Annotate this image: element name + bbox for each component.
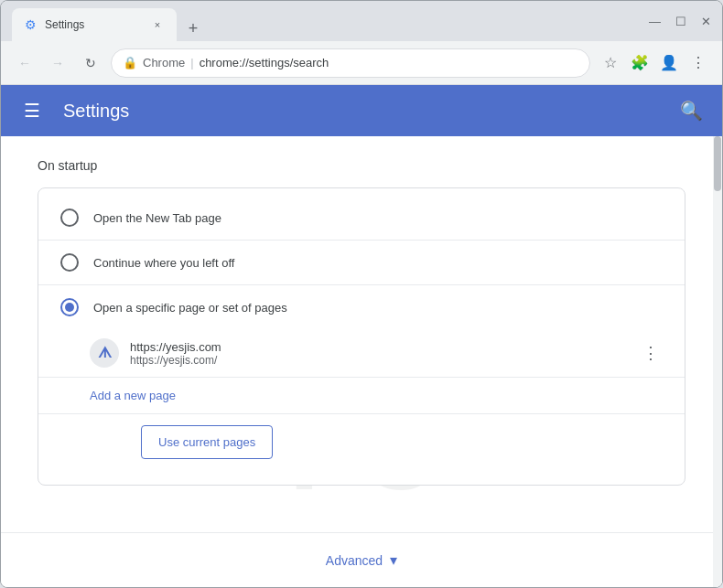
tab-area: ⚙ Settings × + [12, 1, 642, 41]
settings-header: ☰ Settings 🔍 [1, 85, 722, 136]
startup-options-card: Open the New Tab page Continue where you… [38, 187, 685, 486]
settings-page-title: Settings [63, 101, 660, 122]
hamburger-menu-icon[interactable]: ☰ [16, 94, 49, 127]
scrollbar-thumb[interactable] [714, 136, 721, 191]
chrome-label: Chrome [143, 56, 185, 69]
option-continue-label: Continue where you left off [93, 256, 234, 270]
extensions-icon[interactable]: 🧩 [627, 50, 653, 76]
url-separator: | [190, 56, 193, 69]
back-button[interactable]: ← [12, 50, 38, 76]
radio-new-tab [60, 208, 79, 227]
add-new-page-button[interactable]: Add a new page [38, 378, 198, 413]
profile-icon[interactable]: 👤 [656, 50, 682, 76]
page-more-menu-button[interactable]: ⋮ [639, 339, 663, 367]
page-entry: ᗑ https://yesjis.com https://yesjis.com/… [38, 329, 685, 377]
window-controls: — ☐ ✕ [649, 16, 711, 27]
radio-continue [60, 253, 79, 272]
forward-button[interactable]: → [45, 50, 70, 76]
minimize-button[interactable]: — [649, 16, 661, 27]
radio-inner-dot [65, 303, 74, 312]
address-bar: ← → ↻ 🔒 Chrome | chrome://settings/searc… [1, 41, 722, 85]
browser-menu-button[interactable]: ⋮ [685, 50, 711, 76]
lock-icon: 🔒 [123, 56, 137, 69]
option-new-tab-label: Open the New Tab page [93, 211, 221, 225]
radio-specific-selected [60, 298, 79, 316]
option-continue[interactable]: Continue where you left off [38, 241, 685, 284]
option-specific-pages[interactable]: Open a specific page or set of pages [38, 285, 685, 329]
option-specific-label: Open a specific page or set of pages [93, 301, 287, 315]
scrollbar-track[interactable] [713, 136, 722, 587]
tab-close-button[interactable]: × [149, 16, 166, 33]
title-bar: ⚙ Settings × + — ☐ ✕ [1, 1, 722, 41]
active-tab[interactable]: ⚙ Settings × [12, 8, 177, 41]
page-favicon-icon: ᗑ [98, 345, 112, 361]
tab-favicon: ⚙ [23, 17, 38, 32]
advanced-section: Advanced ▾ [1, 532, 722, 587]
maximize-button[interactable]: ☐ [675, 16, 686, 27]
advanced-button[interactable]: Advanced [326, 553, 383, 568]
close-button[interactable]: ✕ [701, 16, 711, 27]
chevron-down-icon: ▾ [390, 551, 397, 569]
url-bar[interactable]: 🔒 Chrome | chrome://settings/search [111, 48, 590, 78]
content-wrapper: PC On startup Open the New Tab page Cont… [1, 136, 722, 587]
settings-search-button[interactable]: 🔍 [674, 94, 707, 127]
bookmark-icon[interactable]: ☆ [598, 50, 623, 76]
use-current-pages-button[interactable]: Use current pages [141, 425, 273, 459]
page-favicon: ᗑ [90, 338, 119, 368]
url-text: chrome://settings/search [200, 56, 578, 69]
settings-content: PC On startup Open the New Tab page Cont… [1, 136, 722, 532]
tab-title: Settings [45, 18, 142, 31]
toolbar-icons: ☆ 🧩 👤 ⋮ [598, 50, 711, 76]
page-url: https://yesjis.com/ [130, 354, 628, 367]
new-tab-button[interactable]: + [180, 16, 206, 41]
on-startup-title: On startup [38, 158, 685, 173]
reload-button[interactable]: ↻ [78, 50, 103, 76]
page-name: https://yesjis.com [130, 340, 628, 354]
page-info: https://yesjis.com https://yesjis.com/ [130, 340, 628, 367]
option-new-tab[interactable]: Open the New Tab page [38, 196, 685, 240]
browser-window: ⚙ Settings × + — ☐ ✕ ← → ↻ 🔒 Chrome | ch… [0, 0, 723, 588]
